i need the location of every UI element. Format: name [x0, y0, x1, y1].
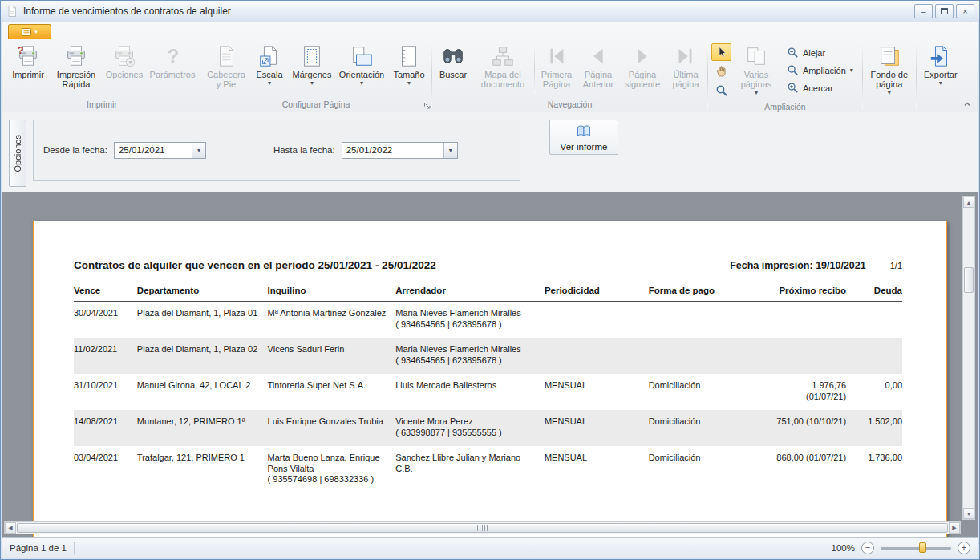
exportar-button[interactable]: Exportar ▾ — [918, 41, 963, 88]
opciones-button[interactable]: Opciones — [102, 41, 147, 82]
ampliacion-button[interactable]: Ampliación ▾ — [781, 62, 859, 79]
column-header-vence: Vence — [74, 286, 137, 297]
zoom-out-icon: − — [865, 544, 870, 551]
varias-paginas-button[interactable]: Varias páginas ▾ — [733, 41, 780, 98]
varias-paginas-label: Varias páginas — [735, 70, 777, 89]
zoom-level: 100% — [832, 543, 855, 553]
margenes-button[interactable]: Márgenes ▾ — [289, 41, 335, 88]
dropdown-arrow-icon: ▾ — [360, 81, 363, 86]
cell-vence: 30/04/2021 — [74, 308, 137, 330]
desde-fecha-input[interactable] — [115, 143, 192, 158]
dropdown-arrow-icon: ▾ — [850, 68, 853, 73]
group-label-navegacion: Navegación — [433, 99, 707, 112]
pagina-anterior-button[interactable]: Página Anterior — [577, 41, 619, 91]
primera-pagina-button[interactable]: Primera Página — [536, 41, 577, 91]
group-label-exportar — [917, 99, 964, 112]
imprimir-button[interactable]: ? Imprimir — [6, 41, 51, 82]
table-row: 03/04/2021 Trafalgar, 121, PRIMERO 1 Mar… — [74, 446, 902, 493]
table-row: 31/10/2021 Manuel Girona, 42, LOCAL 2 Ti… — [74, 374, 902, 410]
dropdown-arrow-icon: ▾ — [449, 147, 452, 154]
scroll-down-button[interactable]: ▼ — [963, 508, 974, 519]
impresion-rapida-button[interactable]: Impresión Rápida — [51, 41, 102, 91]
scroll-right-button[interactable]: ▶ — [949, 522, 960, 534]
ribbon-group-ampliacion: Varias páginas ▾ Alejar Ampliación — [709, 39, 861, 112]
horizontal-scroll-thumb[interactable] — [17, 523, 948, 533]
vertical-scrollbar[interactable]: ▲ ▼ — [962, 196, 975, 520]
pointer-tools — [710, 41, 733, 102]
report-content: Contratos de alquiler que vencen en el p… — [34, 221, 946, 493]
scroll-left-button[interactable]: ◀ — [5, 522, 16, 534]
file-menu-arrow-icon: ▾ — [34, 29, 38, 35]
close-button[interactable]: × — [956, 4, 974, 18]
alejar-button[interactable]: Alejar — [781, 44, 859, 61]
cell-arrendador: Vicente Mora Perez ( 633998877 | 9355555… — [395, 416, 545, 438]
hasta-fecha-combo: ▾ — [342, 142, 458, 159]
table-row: 11/02/2021 Plaza del Diamant, 1, Plaza 0… — [74, 338, 902, 374]
parametros-button[interactable]: ? Parámetros — [147, 41, 198, 82]
ribbon-separator — [862, 42, 863, 109]
vertical-scroll-thumb[interactable] — [964, 267, 974, 293]
ribbon-separator — [534, 44, 535, 94]
report-book-icon — [575, 124, 593, 140]
cell-inquilino: Tintoreria Super Net S.A. — [268, 380, 396, 402]
ver-informe-button[interactable]: Ver informe — [549, 120, 618, 155]
pointer-tool-button[interactable] — [711, 43, 731, 61]
zoom-in-icon: + — [962, 544, 966, 551]
escala-button[interactable]: Escala ▾ — [250, 41, 289, 88]
previous-page-icon — [586, 44, 610, 68]
ribbon-separator — [431, 42, 432, 109]
ribbon-group-fondo: Fondo de página ▾ — [864, 39, 915, 112]
ribbon-collapse-button[interactable] — [961, 99, 973, 110]
hand-tool-button[interactable] — [711, 63, 731, 80]
ribbon-group-exportar: Exportar ▾ — [917, 39, 964, 112]
cell-proximo-recibo: 751,00 (10/10/21) — [770, 416, 852, 438]
fondo-pagina-button[interactable]: Fondo de página ▾ — [865, 41, 914, 98]
cabecera-pie-button[interactable]: Cabecera y Pie — [202, 41, 250, 91]
title-bar[interactable]: Informe de vencimientos de contratos de … — [1, 1, 979, 22]
file-menu-button[interactable]: ▾ — [8, 24, 51, 39]
tamano-button[interactable]: Tamaño ▾ — [388, 41, 430, 88]
zoom-out-button[interactable]: − — [861, 542, 874, 554]
column-header-departamento: Departamento — [137, 286, 268, 297]
ultima-pagina-button[interactable]: Última página — [666, 41, 706, 91]
file-menu-icon — [22, 28, 31, 36]
options-tab[interactable]: Opciones — [9, 120, 26, 187]
horizontal-scrollbar[interactable]: ◀ ▶ — [4, 521, 961, 534]
ribbon-body: ? Imprimir Impresión Rápida Opciones — [2, 39, 978, 112]
buscar-button[interactable]: Buscar — [434, 41, 472, 82]
report-page-number: 1/1 — [890, 261, 902, 272]
ver-informe-label: Ver informe — [561, 142, 608, 152]
zoom-slider[interactable] — [881, 542, 951, 554]
desde-fecha-combo: ▾ — [114, 142, 206, 159]
parametros-label: Parámetros — [150, 70, 196, 79]
zoom-buttons: Alejar Ampliación ▾ Acercar — [780, 41, 861, 99]
dialog-launcher-button[interactable] — [422, 100, 432, 111]
scroll-up-button[interactable]: ▲ — [963, 197, 974, 208]
mapa-documento-button[interactable]: Mapa del documento — [472, 41, 533, 91]
zoom-slider-thumb[interactable] — [919, 542, 926, 553]
cell-forma-pago: Domiciliación — [649, 380, 771, 402]
preview-area[interactable]: Contratos de alquiler que vencen en el p… — [2, 192, 978, 537]
hasta-fecha-input[interactable] — [342, 143, 443, 158]
cell-proximo-recibo: 868,00 (01/07/21) — [770, 452, 852, 485]
cell-arrendador: Maria Nieves Flamerich Miralles ( 934654… — [395, 344, 545, 366]
ribbon-separator — [200, 42, 200, 109]
dropdown-arrow-icon: ▾ — [310, 81, 314, 86]
zoom-tool-button[interactable] — [711, 82, 731, 99]
acercar-button[interactable]: Acercar — [781, 79, 859, 96]
column-header-periodicidad: Periodicidad — [545, 286, 649, 297]
maximize-button[interactable] — [935, 4, 954, 18]
cell-arrendador: Sanchez Llibre Julian y Mariano C.B. — [395, 452, 545, 485]
minimize-button[interactable]: – — [914, 4, 933, 18]
report-title: Contratos de alquiler que vencen en el p… — [74, 260, 436, 271]
hasta-fecha-dropdown-button[interactable]: ▾ — [443, 143, 457, 158]
cell-inquilino: Mª Antonia Martinez Gonzalez — [268, 308, 396, 330]
orientacion-button[interactable]: Orientación ▾ — [335, 41, 388, 88]
last-page-icon — [674, 44, 698, 68]
printer-options-icon — [112, 44, 136, 68]
zoom-in-button[interactable]: + — [958, 542, 970, 554]
cell-periodicidad: MENSUAL — [545, 452, 649, 485]
margins-icon — [300, 44, 324, 68]
desde-fecha-dropdown-button[interactable]: ▾ — [192, 143, 205, 158]
pagina-siguiente-button[interactable]: Página siguiente — [619, 41, 666, 91]
